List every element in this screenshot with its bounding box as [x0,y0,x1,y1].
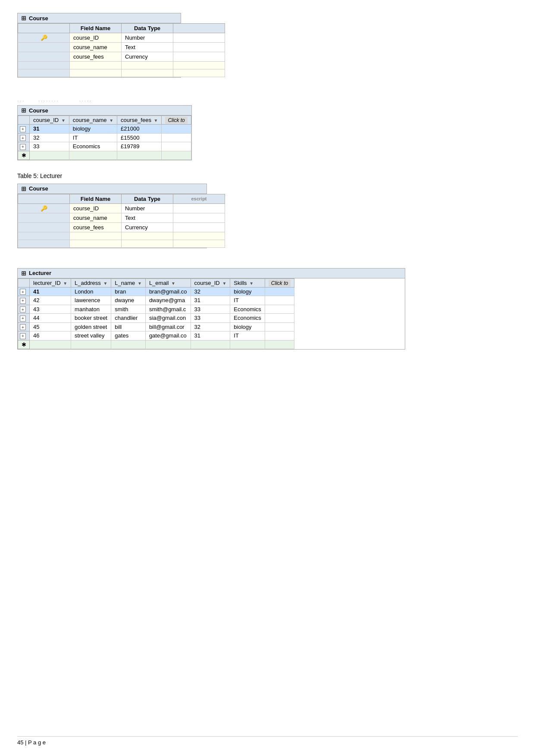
lec-address-cell: booker street [71,314,111,323]
sort-arrow-skills[interactable]: ▼ [249,281,253,286]
extra-cell [173,52,225,62]
course-title-1: Course [29,15,48,22]
course-design-view-2: ⊞ Course Field Name Data Type escript 🔑 … [17,184,207,248]
table-row: + 46 street valley gates gate@gmail.co 3… [18,331,294,341]
empty-field-2 [70,232,122,240]
expand-btn[interactable]: + [20,324,26,330]
grid-icon-1: ⊞ [21,15,26,22]
click-to-label[interactable]: Click to [165,117,187,124]
expand-btn[interactable]: + [20,289,26,295]
lec-address-cell: manhaton [71,305,111,314]
lec-id-cell: 45 [30,322,71,331]
row-indicator [18,43,70,52]
empty-row-2 [18,240,225,247]
course-name-cell: Economics [69,142,117,151]
page-number: 45 | P a g e [17,739,46,746]
lec-course-id-cell: 33 [191,305,230,314]
course-datasheet-title: Course [29,107,48,114]
lec-name-cell: bran [111,287,146,296]
sort-arrow-lec-id[interactable]: ▼ [63,281,67,286]
row-selector: + [18,331,30,341]
course-name-cell: biology [69,125,117,134]
lec-email-cell: smith@gmail.c [145,305,191,314]
faint-hint: · · · · · · · · · · · · · · · · [17,98,518,103]
col-l-address: L_address ▼ [71,278,111,287]
table-row: + 42 lawerence dwayne dwayne@gma 31 IT [18,296,294,305]
row-selector: + [18,125,30,134]
click-to-cell [162,133,191,142]
grid-icon-lec: ⊞ [21,270,26,277]
empty-field [70,62,122,69]
expand-btn[interactable]: + [20,298,26,304]
expand-btn[interactable]: + [20,333,26,339]
empty-row [18,62,225,69]
table-row: course_fees Currency [18,52,225,62]
sort-arrow-id[interactable]: ▼ [61,118,66,123]
lec-email-cell: bran@gmail.co [145,287,191,296]
row-indicator-2 [18,232,70,240]
expand-btn[interactable]: + [20,135,26,141]
col-indicator-header [18,24,70,33]
key-icon-1: 🔑 [41,34,47,41]
lec-id-cell: 44 [30,314,71,323]
course-datasheet-table: course_ID ▼ course_name ▼ course_fees ▼ … [18,116,191,160]
row-indicator [18,62,70,69]
empty-type-2 [122,232,173,240]
lecturer-datasheet-window: ⊞ Lecturer lecturer_ID ▼ L_address ▼ L_n… [17,268,405,350]
empty-row-2 [18,232,225,240]
lec-email-cell: dwayne@gma [145,296,191,305]
extra-cell [173,62,225,69]
col-skills: Skills ▼ [230,278,265,287]
script-cell-2 [173,240,225,247]
click-to-cell [162,125,191,134]
col-course-id-label: course_ID [33,117,59,123]
lec-skills-cell: IT [230,331,265,341]
sort-arrow-course[interactable]: ▼ [222,281,226,286]
table-row: course_name Text [18,213,225,222]
col-lecturer-id-label: lecturer_ID [33,280,61,286]
col-l-email: L_email ▼ [145,278,191,287]
empty-type-2 [122,240,173,247]
new-id-cell [30,151,69,159]
script-cell-2 [173,213,225,222]
table-row: + 45 golden street bill bill@gmail.cor 3… [18,322,294,331]
col-course-fees-label: course_fees [121,117,151,123]
sort-arrow-fees[interactable]: ▼ [154,118,158,123]
course-design-view-1: ⊞ Course Field Name Data Type 🔑 course_I… [17,13,181,78]
expand-btn[interactable]: + [20,144,26,150]
lec-address-cell: London [71,287,111,296]
row-indicator-2 [18,222,70,232]
row-selector: + [18,305,30,314]
lec-click-to-cell [265,331,294,341]
row-selector: + [18,314,30,323]
lec-address-cell: lawerence [71,296,111,305]
expand-btn[interactable]: + [20,126,26,132]
sort-arrow-name[interactable]: ▼ [109,118,113,123]
new-record-row: ✱ [18,151,191,159]
extra-cell [173,69,225,77]
expand-btn[interactable]: + [20,306,26,312]
course-name-cell: IT [69,133,117,142]
row-selector-new-lec: ✱ [18,340,30,349]
field-name-header-2: Field Name [70,194,122,203]
section-label-lecturer: Table 5: Lecturer [17,172,518,179]
lec-course-id-cell: 33 [191,314,230,323]
data-type-cell-2: Currency [122,222,173,232]
field-name-cell-2: course_ID [70,203,122,213]
lec-id-cell: 46 [30,331,71,341]
sort-arrow-addr[interactable]: ▼ [103,281,107,286]
new-lec-name [111,340,146,349]
lec-row-selector-header [18,278,30,287]
expand-btn[interactable]: + [20,316,26,322]
lec-skills-cell: biology [230,287,265,296]
lec-name-cell: bill [111,322,146,331]
sort-arrow-lname[interactable]: ▼ [138,281,142,286]
lec-address-cell: golden street [71,322,111,331]
data-type-cell: Number [122,33,173,43]
sort-arrow-email[interactable]: ▼ [171,281,175,286]
new-row-star-lec: ✱ [22,341,26,348]
lec-click-to-label[interactable]: Click to [269,280,291,287]
new-name-cell [69,151,117,159]
extra-cell [173,33,225,43]
lec-id-cell: 43 [30,305,71,314]
